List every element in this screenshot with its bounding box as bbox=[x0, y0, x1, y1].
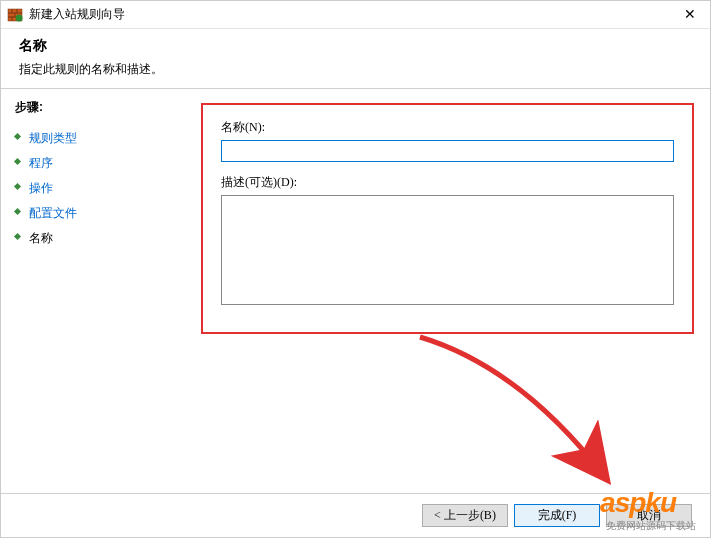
page-subtitle: 指定此规则的名称和描述。 bbox=[19, 61, 692, 78]
wizard-header: 名称 指定此规则的名称和描述。 bbox=[1, 29, 710, 88]
name-label: 名称(N): bbox=[221, 119, 674, 136]
description-input[interactable] bbox=[221, 195, 674, 305]
page-title: 名称 bbox=[19, 37, 692, 55]
step-program[interactable]: 程序 bbox=[15, 151, 177, 176]
steps-heading: 步骤: bbox=[15, 99, 177, 116]
finish-button[interactable]: 完成(F) bbox=[514, 504, 600, 527]
name-input[interactable] bbox=[221, 140, 674, 162]
firewall-icon bbox=[7, 7, 23, 23]
close-button[interactable]: ✕ bbox=[676, 5, 704, 25]
highlight-box: 名称(N): 描述(可选)(D): bbox=[201, 103, 694, 334]
step-name: 名称 bbox=[15, 226, 177, 251]
cancel-button[interactable]: 取消 bbox=[606, 504, 692, 527]
main-panel: 名称(N): 描述(可选)(D): bbox=[191, 89, 710, 506]
steps-sidebar: 步骤: 规则类型 程序 操作 配置文件 名称 bbox=[1, 89, 191, 506]
step-action[interactable]: 操作 bbox=[15, 176, 177, 201]
wizard-footer: < 上一步(B) 完成(F) 取消 bbox=[1, 493, 710, 537]
description-label: 描述(可选)(D): bbox=[221, 174, 674, 191]
titlebar: 新建入站规则向导 ✕ bbox=[1, 1, 710, 29]
window-title: 新建入站规则向导 bbox=[29, 6, 125, 23]
svg-point-8 bbox=[16, 14, 23, 21]
step-rule-type[interactable]: 规则类型 bbox=[15, 126, 177, 151]
back-button[interactable]: < 上一步(B) bbox=[422, 504, 508, 527]
step-profile[interactable]: 配置文件 bbox=[15, 201, 177, 226]
